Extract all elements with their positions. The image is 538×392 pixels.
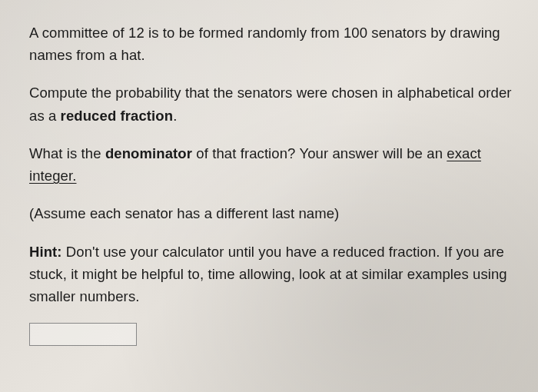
text-hint-label: Hint: (29, 244, 62, 260)
paragraph-compute: Compute the probability that the senator… (29, 81, 513, 126)
text-denom-prefix: What is the (29, 145, 105, 161)
text-integer-underline: integer. (29, 168, 77, 184)
text-reduced-fraction: reduced fraction (61, 108, 174, 124)
text-compute-suffix: . (173, 108, 177, 124)
text-hint-body: Don't use your calculator until you have… (29, 244, 507, 304)
paragraph-setup: A committee of 12 is to be formed random… (29, 22, 513, 66)
text-denominator-bold: denominator (105, 145, 192, 161)
text-exact-underline: exact (447, 145, 481, 161)
paragraph-hint: Hint: Don't use your calculator until yo… (29, 241, 513, 308)
paragraph-assume: (Assume each senator has a different las… (29, 202, 513, 224)
question-content: A committee of 12 is to be formed random… (29, 22, 513, 346)
paragraph-denominator: What is the denominator of that fraction… (29, 142, 513, 187)
text-denom-mid: of that fraction? Your answer will be an (192, 145, 447, 161)
answer-input-box[interactable] (29, 323, 137, 346)
